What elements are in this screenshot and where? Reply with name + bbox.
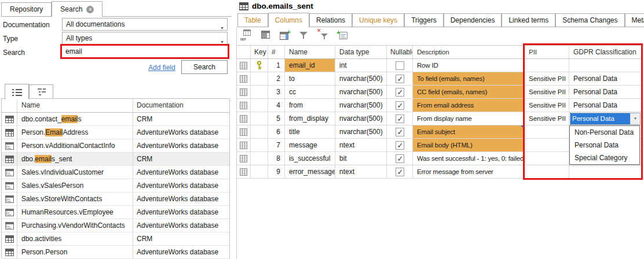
nullable-checkbox[interactable] — [396, 61, 404, 70]
add-field-link[interactable]: Add field — [148, 64, 175, 72]
chevron-down-icon[interactable]: ▼ — [630, 113, 640, 124]
gdpr-cell[interactable]: Personal Data — [569, 72, 642, 85]
description-cell[interactable]: Error message from server — [413, 165, 525, 178]
search-input[interactable] — [62, 46, 228, 57]
tab-dependencies[interactable]: Dependencies — [444, 13, 502, 27]
datatype-cell[interactable]: nvarchar(500) — [335, 86, 387, 98]
pii-cell[interactable]: Sensitive PII — [525, 99, 569, 112]
nullable-checkbox[interactable] — [396, 75, 404, 83]
key-column-header[interactable]: Key — [251, 46, 268, 58]
tab-linked-terms[interactable]: Linked terms — [502, 13, 555, 27]
search-result-row[interactable]: Purchasing.vVendorWithContacts Adventure… — [2, 219, 229, 232]
description-cell[interactable]: Email subject — [413, 125, 525, 138]
description-cell[interactable]: To field (emails, names) — [413, 72, 525, 85]
name-cell[interactable]: cc — [285, 86, 335, 98]
nullable-checkbox[interactable] — [396, 114, 404, 123]
datatype-cell[interactable]: nvarchar(500) — [335, 72, 387, 85]
search-result-row[interactable]: Sales.vStoreWithContacts AdventureWorks … — [2, 193, 229, 206]
pii-cell[interactable] — [525, 139, 569, 151]
description-cell[interactable]: Row ID — [413, 59, 525, 72]
description-cell[interactable]: From display name — [413, 112, 525, 125]
nullable-checkbox[interactable] — [396, 101, 404, 110]
gdpr-cell-editing[interactable]: Personal Data ▼ — [569, 112, 642, 125]
datatype-cell[interactable]: bit — [335, 152, 387, 165]
datatype-cell[interactable]: nvarchar(500) — [335, 125, 387, 138]
pii-cell[interactable] — [525, 165, 569, 178]
name-cell[interactable]: error_message — [285, 165, 335, 178]
nullable-checkbox[interactable] — [396, 88, 404, 97]
pii-cell[interactable] — [525, 59, 569, 72]
pii-cell[interactable]: Sensitive PII — [525, 86, 569, 98]
search-result-row[interactable]: dbo.contact_emails CRM — [2, 113, 229, 126]
type-select[interactable]: All types ▼ — [62, 32, 228, 45]
description-column-header[interactable]: Description — [413, 46, 525, 58]
datatype-column-header[interactable]: Data type — [335, 46, 387, 58]
datatype-cell[interactable]: nvarchar(500) — [335, 112, 387, 125]
documentation-column-header[interactable]: Documentation — [133, 99, 229, 112]
search-result-row[interactable]: Person.Person AdventureWorks database — [2, 246, 229, 259]
tab-repository[interactable]: Repository — [1, 2, 52, 16]
nullable-checkbox[interactable] — [396, 128, 404, 136]
add-description-button[interactable]: + — [335, 28, 349, 42]
tab-triggers[interactable]: Triggers — [404, 13, 444, 27]
name-cell[interactable]: title — [285, 125, 335, 138]
description-cell[interactable]: Was sent successful - 1: yes, 0: failed. — [413, 152, 525, 165]
search-result-row[interactable]: Sales.vIndividualCustomer AdventureWorks… — [2, 166, 229, 179]
name-cell[interactable]: from_display — [285, 112, 335, 125]
columns-view-button[interactable] — [259, 28, 273, 42]
tab-table[interactable]: Table — [237, 13, 268, 27]
description-cell[interactable]: Email body (HTML) — [413, 139, 525, 151]
clear-filter-button[interactable]: ✕ — [316, 28, 330, 42]
nullable-checkbox[interactable] — [396, 168, 404, 176]
nullable-checkbox[interactable] — [396, 141, 404, 150]
tab-columns[interactable]: Columns — [268, 13, 309, 27]
pii-cell[interactable]: Sensitive PII — [525, 112, 569, 125]
tab-search[interactable]: Search ✕ — [52, 1, 103, 17]
datatype-cell[interactable]: nvarchar(500) — [335, 99, 387, 112]
name-column-header[interactable]: Name — [17, 99, 133, 112]
tab-schema-changes[interactable]: Schema Changes — [555, 13, 624, 27]
nullable-checkbox[interactable] — [396, 154, 404, 163]
search-button[interactable]: Search — [181, 60, 228, 74]
name-cell[interactable]: email_id — [285, 59, 335, 72]
pii-column-header[interactable]: PII — [525, 46, 569, 58]
dropdown-option-special-category[interactable]: Special Category — [570, 151, 639, 164]
search-result-row-selected[interactable]: dbo.emails_sent CRM — [2, 153, 229, 166]
gdpr-combobox[interactable]: Personal Data ▼ — [570, 113, 641, 125]
pii-cell[interactable] — [525, 152, 569, 165]
default-view-button[interactable]: DEF — [240, 28, 254, 42]
filter-button[interactable] — [297, 28, 311, 42]
ordinal-column-header[interactable]: # — [268, 46, 285, 58]
description-cell[interactable]: From email address — [413, 99, 525, 112]
gdpr-cell[interactable]: Personal Data — [569, 86, 642, 98]
search-result-row[interactable]: Person.EmailAddress AdventureWorks datab… — [2, 126, 229, 139]
documentation-select[interactable]: All documentations ▼ — [62, 18, 228, 31]
description-cell[interactable]: CC field (emails, names) — [413, 86, 525, 98]
nullable-column-header[interactable]: Nullable — [387, 46, 413, 58]
gdpr-cell[interactable]: Personal Data — [569, 99, 642, 112]
pii-cell[interactable] — [525, 125, 569, 138]
dropdown-option-non-personal-data[interactable]: Non-Personal Data — [570, 126, 639, 139]
search-result-row[interactable]: dbo.activities CRM — [2, 232, 229, 246]
tab-metadata[interactable]: Metadata — [625, 13, 644, 27]
name-cell[interactable]: message — [285, 139, 335, 151]
name-cell[interactable]: to — [285, 72, 335, 85]
close-icon[interactable]: ✕ — [86, 6, 94, 13]
name-column-header[interactable]: Name — [285, 46, 335, 58]
grouped-list-view-tab[interactable] — [29, 84, 53, 99]
search-result-row[interactable]: Sales.vSalesPerson AdventureWorks databa… — [2, 179, 229, 193]
gdpr-cell[interactable] — [569, 59, 642, 72]
gdpr-cell[interactable] — [569, 165, 642, 178]
dropdown-option-personal-data[interactable]: Personal Data — [570, 139, 639, 151]
flat-list-view-tab[interactable] — [5, 84, 29, 99]
tab-relations[interactable]: Relations — [309, 13, 352, 27]
datatype-cell[interactable]: ntext — [335, 165, 387, 178]
datatype-cell[interactable]: int — [335, 59, 387, 72]
name-cell[interactable]: from — [285, 99, 335, 112]
tab-unique-keys[interactable]: Unique keys — [352, 13, 404, 27]
pii-cell[interactable]: Sensitive PII — [525, 72, 569, 85]
name-cell[interactable]: is_successful — [285, 152, 335, 165]
datatype-cell[interactable]: ntext — [335, 139, 387, 151]
add-column-button[interactable]: + — [278, 28, 292, 42]
search-result-row[interactable]: Person.vAdditionalContactInfo AdventureW… — [2, 139, 229, 153]
